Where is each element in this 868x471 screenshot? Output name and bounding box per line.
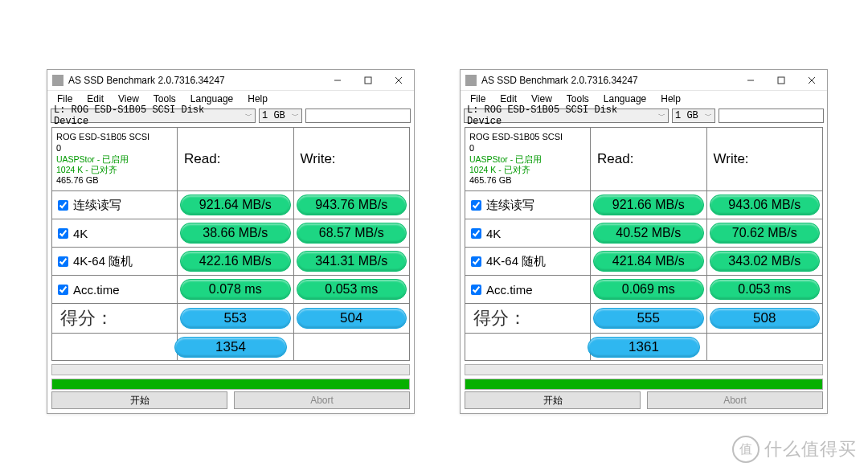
size-select-value: 1 GB — [675, 110, 698, 121]
menu-edit[interactable]: Edit — [80, 92, 110, 105]
progress-bar-2 — [51, 379, 410, 390]
row-4k-label: 4K — [486, 227, 501, 240]
k4-read: 40.52 MB/s — [593, 223, 704, 244]
menu-file[interactable]: File — [464, 92, 492, 105]
seq-checkbox[interactable] — [58, 200, 68, 211]
size-select-value: 1 GB — [262, 110, 285, 121]
abort-button: Abort — [647, 391, 823, 409]
seq-write: 943.06 MB/s — [710, 195, 821, 215]
minimize-button[interactable] — [735, 70, 766, 91]
k4-write: 68.57 MB/s — [297, 223, 407, 244]
benchmark-window-2: AS SSD Benchmark 2.0.7316.34247 File Edi… — [460, 69, 828, 414]
start-button[interactable]: 开始 — [465, 391, 641, 409]
menu-view[interactable]: View — [112, 92, 145, 105]
titlebar[interactable]: AS SSD Benchmark 2.0.7316.34247 — [461, 70, 827, 91]
menu-tools[interactable]: Tools — [560, 92, 596, 105]
header-write: Write: — [706, 128, 823, 190]
score-read: 553 — [180, 308, 291, 329]
4k-checkbox[interactable] — [471, 228, 481, 239]
device-info-driver: UASPStor - 已启用 — [56, 154, 129, 165]
row-acc-label: Acc.time — [486, 283, 533, 297]
progress-bar-1 — [51, 364, 410, 375]
row-seq-label: 连续读写 — [486, 198, 534, 213]
k4_64-read: 422.16 MB/s — [180, 251, 291, 272]
watermark-badge-icon: 值 — [732, 436, 760, 463]
score-total: 1361 — [588, 337, 700, 358]
seq-checkbox[interactable] — [471, 200, 481, 211]
window-title: AS SSD Benchmark 2.0.7316.34247 — [481, 75, 735, 86]
k4-write: 70.62 MB/s — [710, 223, 821, 244]
seq-read: 921.64 MB/s — [180, 195, 291, 215]
seq-write: 943.76 MB/s — [297, 195, 407, 215]
row-4k64-label: 4K-64 随机 — [73, 254, 133, 269]
device-select[interactable]: L: ROG ESD-S1B05 SCSI Disk Device﹀ — [464, 109, 669, 123]
maximize-button[interactable] — [353, 70, 383, 91]
chevron-down-icon: ﹀ — [658, 111, 665, 121]
device-info-driver: UASPStor - 已启用 — [469, 154, 542, 165]
app-icon — [52, 75, 63, 86]
4k64-checkbox[interactable] — [471, 256, 481, 267]
4k-checkbox[interactable] — [58, 228, 68, 239]
progress-bar-2 — [465, 379, 823, 390]
abort-button: Abort — [234, 391, 410, 409]
menu-help[interactable]: Help — [241, 92, 274, 105]
watermark-text: 什么值得买 — [764, 437, 857, 461]
svg-rect-1 — [365, 77, 371, 84]
k4_64-write: 343.02 MB/s — [710, 251, 821, 272]
menu-language[interactable]: Language — [184, 92, 240, 105]
row-score-label: 得分： — [465, 304, 590, 333]
device-info-align: 1024 K - 已对齐 — [469, 165, 530, 175]
progress-bar-1 — [465, 364, 823, 375]
device-info-capacity: 465.76 GB — [469, 175, 512, 186]
window-title: AS SSD Benchmark 2.0.7316.34247 — [68, 75, 322, 86]
size-select[interactable]: 1 GB﹀ — [672, 109, 715, 123]
device-select[interactable]: L: ROG ESD-S1B05 SCSI Disk Device﹀ — [51, 109, 256, 123]
close-button[interactable] — [383, 70, 414, 91]
device-info-index: 0 — [469, 143, 474, 154]
device-info-index: 0 — [56, 143, 61, 154]
app-icon — [465, 75, 477, 86]
row-4k64-label: 4K-64 随机 — [486, 254, 546, 269]
chevron-down-icon: ﹀ — [292, 111, 299, 121]
row-seq-label: 连续读写 — [73, 198, 121, 213]
device-info-model: ROG ESD-S1B05 SCSI — [469, 132, 563, 143]
menu-file[interactable]: File — [51, 92, 79, 105]
menu-edit[interactable]: Edit — [493, 92, 523, 105]
4k64-checkbox[interactable] — [58, 256, 68, 267]
menu-language[interactable]: Language — [597, 92, 653, 105]
maximize-button[interactable] — [766, 70, 796, 91]
results-grid: ROG ESD-S1B05 SCSI 0 UASPStor - 已启用 1024… — [465, 127, 823, 361]
minimize-button[interactable] — [322, 70, 353, 91]
header-read: Read: — [590, 128, 706, 190]
acc-read: 0.069 ms — [593, 279, 704, 300]
chevron-down-icon: ﹀ — [245, 111, 252, 121]
watermark: 值 什么值得买 — [732, 436, 857, 463]
acc-checkbox[interactable] — [58, 285, 68, 295]
header-read: Read: — [177, 128, 293, 190]
filter-input[interactable] — [719, 109, 824, 123]
size-select[interactable]: 1 GB﹀ — [259, 109, 302, 123]
menu-help[interactable]: Help — [654, 92, 687, 105]
filter-input[interactable] — [305, 109, 411, 123]
titlebar[interactable]: AS SSD Benchmark 2.0.7316.34247 — [47, 70, 414, 91]
score-write: 508 — [710, 308, 821, 329]
device-info-align: 1024 K - 已对齐 — [56, 165, 117, 175]
acc-checkbox[interactable] — [471, 285, 481, 295]
benchmark-window-1: AS SSD Benchmark 2.0.7316.34247 File Edi… — [47, 69, 415, 414]
row-score-label: 得分： — [52, 304, 177, 333]
device-info: ROG ESD-S1B05 SCSI 0 UASPStor - 已启用 1024… — [52, 128, 177, 190]
close-button[interactable] — [796, 70, 827, 91]
device-select-value: L: ROG ESD-S1B05 SCSI Disk Device — [54, 104, 242, 127]
start-button[interactable]: 开始 — [51, 391, 227, 409]
menu-view[interactable]: View — [525, 92, 559, 105]
k4_64-read: 421.84 MB/s — [593, 251, 704, 272]
results-grid: ROG ESD-S1B05 SCSI 0 UASPStor - 已启用 1024… — [51, 127, 410, 361]
svg-rect-5 — [778, 77, 784, 84]
device-info-capacity: 465.76 GB — [56, 175, 99, 186]
score-read: 555 — [593, 308, 704, 329]
score-total: 1354 — [174, 337, 287, 358]
device-info-model: ROG ESD-S1B05 SCSI — [56, 132, 149, 143]
acc-write: 0.053 ms — [297, 279, 407, 300]
device-select-value: L: ROG ESD-S1B05 SCSI Disk Device — [467, 104, 655, 127]
menu-tools[interactable]: Tools — [147, 92, 182, 105]
